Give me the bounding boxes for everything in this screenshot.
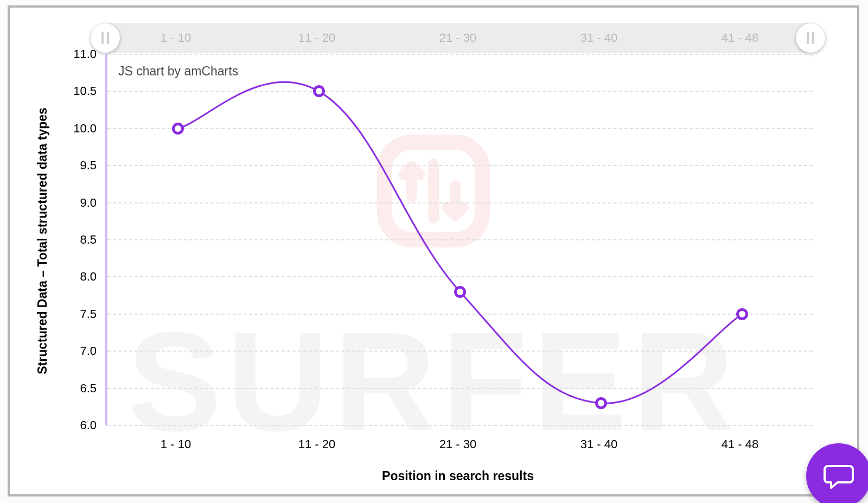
scrollbar-tick: 41 - 48: [722, 31, 759, 45]
y-tick-label: 10.0: [53, 122, 97, 136]
chat-widget-button[interactable]: [806, 443, 868, 503]
range-scrollbar[interactable]: 1 - 10 11 - 20 21 - 30 31 - 40 41 - 48: [105, 23, 810, 53]
y-tick-label: 9.5: [53, 158, 97, 173]
y-tick-label: 8.5: [53, 233, 97, 247]
x-tick-label: 21 - 30: [439, 437, 477, 451]
y-tick-label: 8.0: [53, 270, 97, 284]
y-axis-label: Structured Data – Total structured data …: [35, 107, 50, 374]
scrollbar-tick: 1 - 10: [161, 31, 191, 45]
scrollbar-grip-right[interactable]: [796, 23, 825, 53]
chart-frame: SURFER 1 - 10 11 - 20 21 - 30 31 - 40 41…: [8, 5, 859, 496]
x-tick-label: 31 - 40: [580, 437, 618, 451]
data-point[interactable]: [454, 286, 466, 298]
data-point[interactable]: [595, 397, 607, 409]
scrollbar-tick: 31 - 40: [580, 31, 618, 45]
y-tick-label: 11.0: [53, 47, 97, 61]
scrollbar-tick: 11 - 20: [298, 31, 336, 45]
x-tick-label: 1 - 10: [161, 437, 191, 451]
y-tick-label: 9.0: [53, 196, 97, 210]
plot-area: [105, 54, 813, 425]
scrollbar-tick: 21 - 30: [439, 31, 477, 45]
data-point[interactable]: [313, 85, 325, 97]
y-tick-label: 7.0: [53, 344, 97, 358]
y-tick-label: 6.5: [53, 381, 97, 396]
x-tick-label: 41 - 48: [722, 437, 759, 451]
y-tick-label: 6.0: [53, 418, 97, 432]
data-point[interactable]: [172, 123, 184, 135]
y-tick-label: 10.5: [53, 84, 97, 98]
x-axis-label: Position in search results: [382, 469, 534, 483]
y-tick-label: 7.5: [53, 307, 97, 321]
line-series: [107, 54, 813, 425]
data-point[interactable]: [736, 308, 748, 320]
x-tick-label: 11 - 20: [298, 437, 336, 451]
chat-icon: [822, 460, 855, 492]
